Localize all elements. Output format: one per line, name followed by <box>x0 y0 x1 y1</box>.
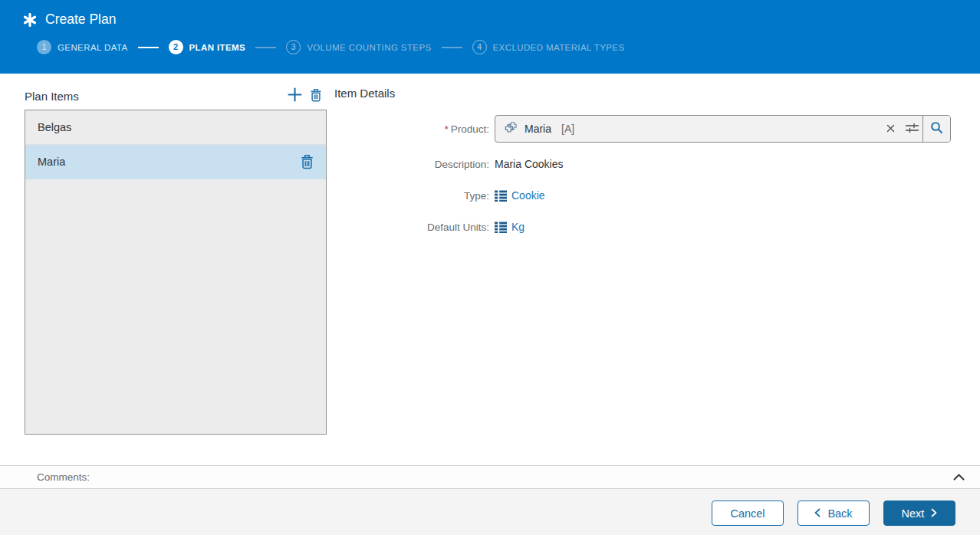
step-plan-items[interactable]: 2 PLAN ITEMS <box>169 40 246 54</box>
chevron-right-icon <box>931 507 937 520</box>
step-1-label: GENERAL DATA <box>58 43 128 52</box>
step-3-circle: 3 <box>286 40 301 54</box>
x-icon <box>886 123 895 135</box>
list-item-belgas[interactable]: Belgas <box>25 110 326 145</box>
product-search-button[interactable] <box>922 115 950 143</box>
comments-bar: Comments: <box>0 465 980 489</box>
product-value-suffix: [A] <box>561 123 574 135</box>
product-input[interactable]: Maria[A] <box>495 115 951 143</box>
step-1-circle: 1 <box>37 40 51 54</box>
step-2-label: PLAN ITEMS <box>189 43 246 52</box>
comments-collapse-button[interactable] <box>950 470 967 485</box>
trash-icon <box>310 88 322 104</box>
default-units-value-link[interactable]: Kg <box>511 221 525 233</box>
footer-bar: Cancel Back Next <box>0 489 980 535</box>
plan-items-title: Plan Items <box>25 90 79 103</box>
description-label: Description: <box>334 159 495 170</box>
list-icon <box>495 222 507 233</box>
step-volume-counting-steps[interactable]: 3 VOLUME COUNTING STEPS <box>286 40 431 54</box>
step-2-circle: 2 <box>169 40 183 54</box>
description-row: Description: Maria Cookies <box>334 158 955 170</box>
next-button[interactable]: Next <box>883 501 955 526</box>
step-connector <box>442 47 462 48</box>
product-label: *Product: <box>334 123 495 135</box>
type-value-link[interactable]: Cookie <box>511 189 545 202</box>
value-help-settings-button[interactable] <box>901 116 922 142</box>
description-value: Maria Cookies <box>495 158 563 170</box>
title-row: Create Plan <box>0 0 980 28</box>
default-units-label: Default Units: <box>334 222 495 233</box>
plan-items-header: Plan Items <box>25 84 327 107</box>
list-icon <box>495 190 507 202</box>
chevron-left-icon <box>814 507 821 520</box>
list-item-maria[interactable]: Maria <box>25 145 326 179</box>
item-details-panel: Item Details *Product: Maria[A] <box>334 87 955 233</box>
comments-label: Comments: <box>37 471 90 483</box>
wizard-header: Create Plan 1 GENERAL DATA 2 PLAN ITEMS … <box>0 0 980 74</box>
delete-plan-item-button[interactable] <box>305 86 327 106</box>
step-4-circle: 4 <box>472 40 487 54</box>
list-item-label: Maria <box>38 156 300 168</box>
type-row: Type: Cookie <box>334 189 955 202</box>
cancel-button[interactable]: Cancel <box>712 501 784 526</box>
trash-icon[interactable] <box>300 154 315 169</box>
plan-items-list: Belgas Maria <box>25 110 327 435</box>
step-excluded-material-types[interactable]: 4 EXCLUDED MATERIAL TYPES <box>472 40 625 54</box>
step-general-data[interactable]: 1 GENERAL DATA <box>37 40 128 54</box>
required-marker: * <box>444 123 448 135</box>
list-item-label: Belgas <box>38 121 315 133</box>
product-cube-icon <box>504 121 518 136</box>
clear-value-button[interactable] <box>880 116 901 142</box>
step-3-label: VOLUME COUNTING STEPS <box>307 43 431 52</box>
sliders-icon <box>905 122 919 136</box>
step-connector <box>255 47 276 48</box>
wizard-steps: 1 GENERAL DATA 2 PLAN ITEMS 3 VOLUME COU… <box>37 40 980 54</box>
product-value: Maria <box>525 123 551 135</box>
type-label: Type: <box>334 190 495 202</box>
asterisk-icon <box>23 13 37 27</box>
plan-items-panel: Plan Items <box>25 84 327 435</box>
back-button[interactable]: Back <box>797 501 870 526</box>
default-units-row: Default Units: Kg <box>334 221 955 233</box>
step-4-label: EXCLUDED MATERIAL TYPES <box>493 43 625 52</box>
add-plan-item-button[interactable] <box>284 86 305 106</box>
step-connector <box>138 47 159 48</box>
page-title: Create Plan <box>45 11 116 28</box>
item-details-title: Item Details <box>334 87 395 100</box>
chevron-up-icon <box>953 471 965 483</box>
product-row: *Product: Maria[A] <box>334 115 955 143</box>
magnifier-icon <box>930 121 943 136</box>
plus-icon <box>288 87 302 104</box>
